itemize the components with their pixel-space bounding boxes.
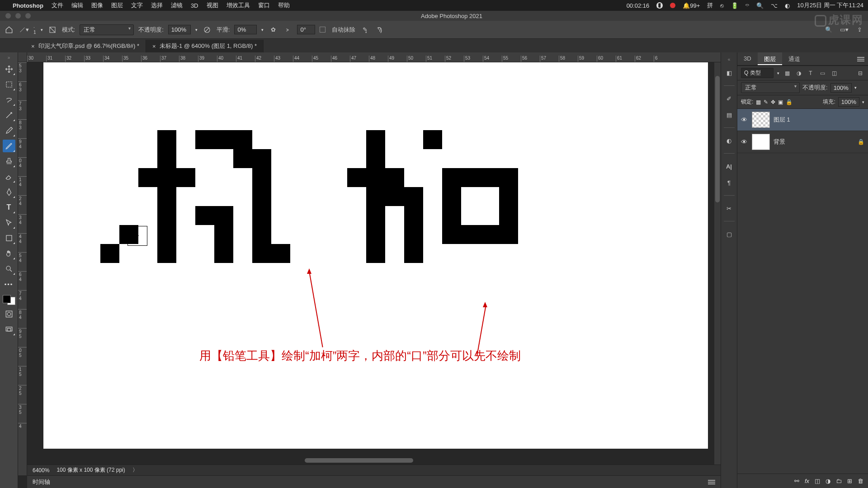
layer-row[interactable]: 👁 图层 1 (737, 109, 868, 131)
brush-settings-icon[interactable] (47, 25, 57, 35)
brush-dropdown-icon[interactable]: ▾ (41, 28, 43, 32)
smooth-input[interactable]: 0% (234, 25, 257, 34)
scrollbar-horizontal[interactable] (305, 458, 413, 463)
menubar-clock[interactable]: 10月25日 周一 下午11:24 (797, 1, 863, 9)
opacity-dropdown-icon[interactable]: ▾ (195, 28, 198, 32)
brush-size-indicator[interactable]: ·1 (33, 25, 36, 35)
input-method-icon[interactable]: 拼 (707, 1, 713, 9)
doc-info[interactable]: 100 像素 x 100 像素 (72 ppi) (57, 466, 125, 474)
delete-layer-icon[interactable]: 🗑 (858, 478, 863, 484)
canvas-viewport[interactable]: 用【铅笔工具】绘制“加柯”两字，内部的“口”部分可以先不绘制 (28, 62, 721, 475)
layer-thumbnail[interactable] (752, 134, 770, 150)
layer-name[interactable]: 图层 1 (774, 116, 790, 124)
panel-menu-icon[interactable] (857, 56, 864, 65)
layer-fx-icon[interactable]: fx (805, 478, 809, 484)
pressure-size-icon[interactable]: ✎̥ (360, 25, 370, 35)
link-layers-icon[interactable]: ⚯ (794, 478, 799, 484)
notif-bell-icon[interactable]: 🔔99+ (683, 2, 700, 9)
brushes-panel-icon[interactable]: ✐ (724, 93, 735, 104)
color-swatch[interactable] (3, 295, 15, 305)
panel-tab-channels[interactable]: 通道 (782, 52, 807, 65)
close-tab-icon[interactable]: × (31, 43, 35, 50)
opacity-input[interactable]: 100% (168, 25, 191, 34)
minimize-window-button[interactable] (15, 13, 21, 19)
move-tool-icon[interactable] (3, 63, 15, 75)
panel-menu-icon[interactable] (708, 479, 715, 485)
pen-tool-icon[interactable] (3, 186, 15, 198)
ruler-horizontal[interactable]: 3031323334353637383940414243444546474849… (27, 52, 721, 62)
zoom-window-button[interactable] (25, 13, 31, 19)
visibility-icon[interactable]: 👁 (741, 116, 748, 123)
menu-view[interactable]: 视图 (207, 1, 218, 9)
lock-pixels-icon[interactable]: ▦ (756, 99, 761, 105)
lock-icon[interactable]: 🔒 (858, 139, 864, 145)
layer-row[interactable]: 👁 背景 🔒 (737, 131, 868, 153)
brush-preset-icon[interactable]: ▾ (19, 25, 29, 35)
menu-select[interactable]: 选择 (151, 1, 163, 9)
shape-tool-icon[interactable] (3, 232, 15, 244)
character-panel-icon[interactable]: A| (724, 161, 735, 172)
auto-erase-checkbox[interactable] (320, 27, 326, 33)
record-icon[interactable] (670, 3, 675, 8)
libraries-panel-icon[interactable]: ▢ (724, 229, 735, 239)
layer-opacity-input[interactable]: 100% (830, 83, 852, 93)
battery-icon[interactable]: 🔋 (731, 2, 738, 9)
actions-panel-icon[interactable]: ✂ (724, 203, 735, 214)
type-tool-icon[interactable]: T (3, 201, 15, 214)
menu-plugin[interactable]: 增效工具 (226, 1, 250, 9)
menu-image[interactable]: 图像 (91, 1, 103, 9)
scrollbar-vertical[interactable] (714, 62, 721, 475)
menu-file[interactable]: 文件 (52, 1, 63, 9)
filter-shape-icon[interactable]: ▭ (818, 69, 826, 77)
lock-position-icon[interactable]: ✥ (771, 99, 775, 105)
adjustment-layer-icon[interactable]: ◑ (826, 478, 830, 484)
screenmode-icon[interactable] (3, 323, 15, 336)
filter-smart-icon[interactable]: ◫ (830, 69, 838, 77)
pencil-tool-icon[interactable] (3, 140, 15, 152)
doc-info-more-icon[interactable]: 〉 (132, 466, 138, 474)
control-center-icon[interactable]: ⌥ (771, 2, 778, 9)
swatches-panel-icon[interactable]: ▤ (724, 109, 735, 120)
fill-input[interactable]: 100% (838, 97, 859, 107)
ruler-vertical[interactable]: 5 36 37 38 39 40 41 42 43 44 45 46 47 48… (18, 62, 27, 475)
app-name[interactable]: Photoshop (13, 2, 43, 9)
quickmask-icon[interactable] (3, 308, 15, 320)
pause-icon[interactable]: ❚❚ (656, 2, 663, 9)
close-window-button[interactable] (5, 13, 11, 19)
edit-toolbar-icon[interactable]: ••• (3, 278, 15, 291)
angle-input[interactable]: 0° (297, 25, 315, 34)
layer-group-icon[interactable]: 🗀 (836, 478, 842, 484)
adjustments-panel-icon[interactable]: ◐ (724, 135, 735, 146)
layer-blend-dropdown[interactable]: 正常 (741, 82, 800, 93)
spotlight-icon[interactable]: 🔍 (756, 2, 764, 9)
panel-tab-3d[interactable]: 3D (737, 52, 758, 65)
canvas[interactable]: 用【铅笔工具】绘制“加柯”两字，内部的“口”部分可以先不绘制 (43, 62, 708, 449)
layer-thumbnail[interactable] (752, 112, 770, 128)
home-icon[interactable] (4, 24, 14, 35)
smooth-settings-icon[interactable]: ✿ (268, 25, 278, 35)
pressure-opacity-icon[interactable] (202, 25, 212, 35)
zoom-tool-icon[interactable] (3, 263, 15, 275)
bluetooth-icon[interactable]: ⎋ (720, 2, 724, 9)
new-layer-icon[interactable]: ⊞ (847, 478, 852, 484)
zoom-level[interactable]: 6400% (33, 467, 49, 474)
siri-icon[interactable]: ◐ (785, 2, 790, 9)
menu-type[interactable]: 文字 (131, 1, 143, 9)
menu-filter[interactable]: 滤镜 (171, 1, 183, 9)
layer-mask-icon[interactable]: ◫ (815, 478, 820, 484)
wand-tool-icon[interactable] (3, 109, 15, 122)
menu-help[interactable]: 帮助 (278, 1, 290, 9)
visibility-icon[interactable]: 👁 (741, 138, 748, 145)
layer-name[interactable]: 背景 (774, 138, 785, 146)
filter-pixel-icon[interactable]: ▦ (783, 69, 791, 77)
menu-3d[interactable]: 3D (191, 2, 198, 9)
menu-window[interactable]: 窗口 (258, 1, 270, 9)
layer-filter-dropdown[interactable]: Q 类型 (741, 68, 774, 78)
filter-toggle-icon[interactable]: ⊟ (856, 69, 864, 77)
lasso-tool-icon[interactable] (3, 94, 15, 106)
wifi-icon[interactable]: ⌔ (745, 2, 749, 9)
smooth-dropdown-icon[interactable]: ▾ (261, 28, 264, 32)
close-tab-icon[interactable]: × (152, 43, 156, 50)
lock-artboard-icon[interactable]: ▣ (778, 99, 783, 105)
blend-mode-dropdown[interactable]: 正常 (80, 24, 134, 35)
